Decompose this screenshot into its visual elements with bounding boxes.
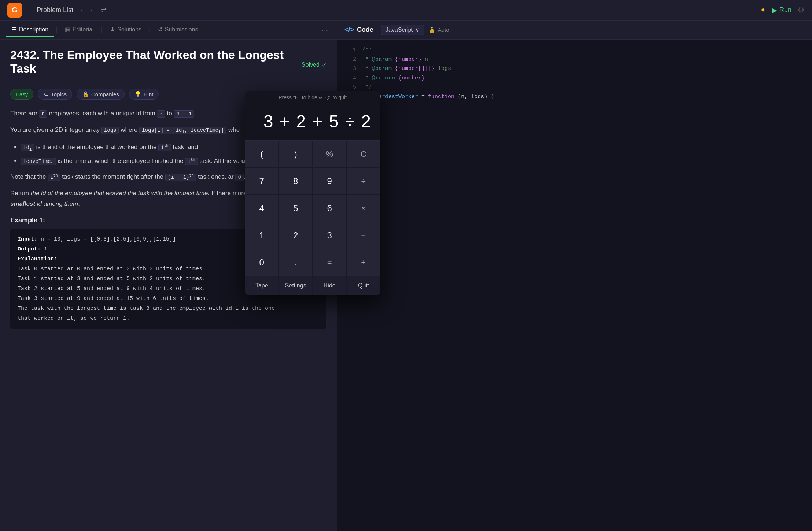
example-ex-line-6: that worked on it, so we return 1. <box>18 313 319 323</box>
run-label: Run <box>779 6 791 14</box>
auto-label: Auto <box>438 27 449 33</box>
code-line-2: 2 * @param {number} n <box>343 55 806 64</box>
code-line-4: 4 * @return {number} <box>343 74 806 83</box>
code-zero-note: 0 <box>235 174 243 181</box>
companies-tag[interactable]: 🔒 Companies <box>77 89 125 100</box>
top-bar: G ☰ Problem List ‹ › ⇌ ✦ ▶ Run ⚙ <box>0 0 812 21</box>
topics-tag[interactable]: 🏷 Topics <box>38 89 72 100</box>
code-header: </> Code JavaScript ∨ 🔒 Auto <box>337 21 812 40</box>
code-line-5: 5 */ <box>343 83 806 92</box>
calc-quit[interactable]: Quit <box>347 276 381 295</box>
code-ith-1: ith <box>158 144 171 151</box>
language-label: JavaScript <box>385 27 413 33</box>
hint-tag[interactable]: 💡 Hint <box>129 89 159 100</box>
solved-label: Solved <box>302 62 320 68</box>
return-italic: the id of the employee that worked the t… <box>31 190 210 197</box>
submissions-icon: ↺ <box>158 26 163 33</box>
difficulty-tag[interactable]: Easy <box>10 89 33 100</box>
calc-hide[interactable]: Hide <box>313 276 347 295</box>
code-line-1: 1 /** <box>343 45 806 55</box>
code-line-3: 3 * @param {number[][]} logs <box>343 64 806 74</box>
calc-plus[interactable]: + <box>347 249 381 276</box>
code-logs: logs <box>102 127 119 134</box>
calc-8[interactable]: 8 <box>279 168 313 195</box>
example-ex-line-4: Task 3 started at 9 and ended at 15 with… <box>18 294 319 304</box>
calc-dot[interactable]: . <box>279 249 313 276</box>
solutions-icon: ♟ <box>110 26 115 33</box>
code-area[interactable]: 1 /** 2 * @param {number} n 3 * @param {… <box>337 40 812 531</box>
main-layout: ☰ Description | ▦ Editorial | ♟ Solution… <box>0 21 812 531</box>
calc-0[interactable]: 0 <box>245 249 279 276</box>
companies-icon: 🔒 <box>82 91 89 97</box>
calc-tape[interactable]: Tape <box>245 276 279 295</box>
tab-sep-3: | <box>149 26 151 34</box>
menu-icon: ☰ <box>28 6 34 14</box>
calc-9[interactable]: 9 <box>313 168 347 195</box>
problem-list-label: ☰ Problem List <box>28 6 73 14</box>
code-ith-note: ith <box>48 174 60 181</box>
solved-badge: Solved ✓ <box>302 62 326 68</box>
calc-minus[interactable]: − <box>347 222 381 249</box>
code-bracket-icon: </> <box>344 26 354 34</box>
tab-submissions[interactable]: ↺ Submissions <box>152 23 204 37</box>
calc-2[interactable]: 2 <box>279 222 313 249</box>
calc-settings[interactable]: Settings <box>279 276 313 295</box>
play-icon: ▶ <box>772 6 777 14</box>
calc-close-paren[interactable]: ) <box>279 141 313 168</box>
run-button[interactable]: ▶ Run <box>772 6 791 14</box>
code-idi: idi <box>21 144 34 151</box>
calculator-overlay: Press "H" to hide & "Q" to quit 3 + 2 + … <box>245 91 380 295</box>
editorial-icon: ▦ <box>65 26 70 33</box>
problem-title: 2432. The Employee That Worked on the Lo… <box>10 48 294 75</box>
code-n: n <box>39 110 47 118</box>
logo: G <box>7 3 22 18</box>
description-icon: ☰ <box>12 26 17 33</box>
calc-divide[interactable]: ÷ <box>347 168 381 195</box>
calc-multiply[interactable]: × <box>347 195 381 222</box>
next-button[interactable]: › <box>87 5 95 16</box>
nav-arrows: ‹ › ⇌ <box>78 5 110 16</box>
settings-icon[interactable]: ⚙ <box>797 5 805 15</box>
prev-button[interactable]: ‹ <box>78 5 86 16</box>
calc-buttons: ( ) % C 7 8 9 ÷ 4 5 6 × 1 2 3 − 0 . = + … <box>245 141 380 295</box>
calc-equals[interactable]: = <box>313 249 347 276</box>
auto-badge: 🔒 Auto <box>429 27 449 33</box>
calc-clear[interactable]: C <box>347 141 381 168</box>
calc-1[interactable]: 1 <box>245 222 279 249</box>
problem-list-text: Problem List <box>37 6 73 14</box>
smallest-bold: smallest <box>10 200 35 207</box>
calc-3[interactable]: 3 <box>313 222 347 249</box>
calc-display: 3 + 2 + 5 ÷ 2 <box>245 104 380 141</box>
calc-6[interactable]: 6 <box>313 195 347 222</box>
tab-sep-1: | <box>56 26 58 34</box>
tab-editorial[interactable]: ▦ Editorial <box>59 23 100 37</box>
code-ith-2: ith <box>185 158 198 165</box>
lock-icon: 🔒 <box>429 27 436 33</box>
calc-4[interactable]: 4 <box>245 195 279 222</box>
top-right: ✦ ▶ Run ⚙ <box>760 5 805 15</box>
tab-more-button[interactable]: ··· <box>319 24 331 36</box>
language-selector[interactable]: JavaScript ∨ <box>381 25 424 35</box>
calc-7[interactable]: 7 <box>245 168 279 195</box>
chevron-down-icon: ∨ <box>415 26 420 33</box>
title-row: 2432. The Employee That Worked on the Lo… <box>10 48 326 81</box>
calc-5[interactable]: 5 <box>279 195 313 222</box>
code-line-6: 6 var hardestWorker = function (n, logs)… <box>343 92 806 102</box>
code-title: </> Code <box>344 26 373 34</box>
calc-open-paren[interactable]: ( <box>245 141 279 168</box>
calc-percent[interactable]: % <box>313 141 347 168</box>
code-logs-format: logs[i] = [idi, leaveTimei] <box>139 127 226 134</box>
tag-icon: 🏷 <box>43 91 49 97</box>
coins-button[interactable]: ✦ <box>760 5 766 15</box>
shuffle-button[interactable]: ⇌ <box>98 5 110 16</box>
code-0: 0 <box>157 110 165 118</box>
calc-hint: Press "H" to hide & "Q" to quit <box>245 91 380 104</box>
problem-title-text: The Employee That Worked on the Longest … <box>10 48 284 75</box>
code-leavetime: leaveTimei <box>21 158 56 165</box>
tab-solutions[interactable]: ♟ Solutions <box>104 23 147 37</box>
hint-icon: 💡 <box>134 91 141 97</box>
code-nminus1: n − 1 <box>174 110 194 118</box>
right-panel: </> Code JavaScript ∨ 🔒 Auto 1 /** 2 * @… <box>337 21 812 531</box>
tab-sep-2: | <box>101 26 103 34</box>
tab-description[interactable]: ☰ Description <box>6 23 54 37</box>
